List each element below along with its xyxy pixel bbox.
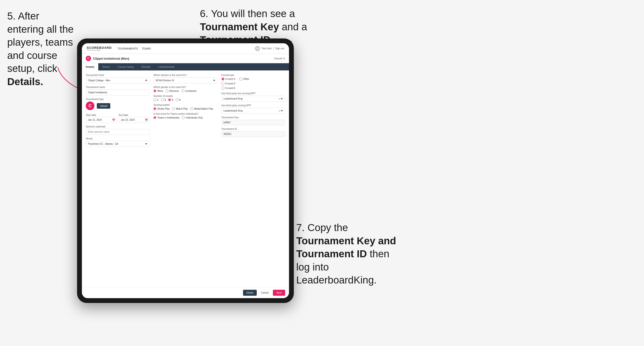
start-date-label: Start date	[86, 114, 96, 116]
teams-plus-ind[interactable]: Teams (+Individuals)	[154, 116, 180, 119]
tournament-key-value: b4f9b7	[221, 120, 285, 125]
page-title: Clippd Invitational (Men)	[93, 57, 129, 60]
round-4[interactable]: 4	[176, 98, 181, 101]
format-row-3: 6 count 5	[221, 87, 285, 90]
tournament-host-group: Tournament Host Clippd College - Men	[86, 74, 150, 83]
brand-name: SCOREBOARD	[87, 46, 112, 49]
sign-out-link[interactable]: Sign out	[275, 47, 284, 50]
division-label: Which division is the event for?	[154, 74, 217, 76]
copy-keys-bold: Tournament Key and Tournament ID	[296, 235, 396, 260]
third-party-2-label: Use third-party scoring API?	[221, 104, 285, 107]
division-group: Which division is the event for? NCAA Di…	[154, 74, 217, 83]
tournament-name-input[interactable]	[86, 89, 150, 95]
user-name: Test User	[262, 47, 272, 50]
rounds-radio-group: 1 2 3 4	[154, 98, 217, 101]
third-party-2-wrapper: Leaderboard King ✕	[221, 108, 285, 114]
venue-label: Venue	[86, 137, 150, 140]
nav-links: TOURNAMENTS TEAMS	[118, 47, 249, 50]
page-logo: C	[86, 56, 91, 61]
third-party-1-clear[interactable]: ✕	[278, 97, 280, 100]
tablet-screen: SCOREBOARD Powered by clippd TOURNAMENTS…	[82, 43, 289, 298]
format-6count5-label: 6 count 5	[226, 87, 235, 89]
tournament-id-value: 302051	[221, 131, 285, 137]
format-5count4[interactable]: 5 count 4	[221, 77, 235, 81]
save-button[interactable]: Save	[273, 290, 285, 296]
scoring-label: Scoring system	[154, 104, 217, 106]
annotation-bottom-right: 7. Copy the Tournament Key and Tournamen…	[296, 221, 398, 287]
format-row-1: 5 count 4 Other	[221, 77, 285, 81]
round-2[interactable]: 2	[161, 98, 166, 101]
tournament-key-bold: Tournament Key	[200, 21, 279, 32]
upload-button[interactable]: Upload	[97, 103, 110, 109]
rounds-group: Number of rounds 1 2 3 4	[154, 95, 217, 101]
start-date-group: Start date 📅	[86, 113, 117, 123]
format-group: Format type 5 count 4 Other	[221, 74, 285, 90]
tournament-host-label: Tournament Host	[86, 74, 150, 76]
third-party-1-label: Use third-party live scoring API?	[221, 92, 285, 95]
third-party-1-group: Use third-party live scoring API? Leader…	[221, 92, 285, 102]
format-other[interactable]: Other	[239, 77, 249, 81]
nav-right: TU Test User | Sign out	[255, 46, 284, 51]
bottom-bar: Delete Cancel Save	[82, 287, 289, 298]
third-party-1-select[interactable]: Leaderboard King	[221, 96, 285, 102]
delete-button[interactable]: Delete	[243, 290, 257, 296]
format-6count5[interactable]: 6 count 5	[221, 87, 235, 90]
date-row: Start date 📅 End date 📅	[86, 113, 150, 123]
start-calendar-icon: 📅	[112, 118, 115, 121]
tab-leaderboards[interactable]: Leaderboards	[154, 63, 178, 70]
annotation-left: 5. After entering all the players, teams…	[7, 10, 75, 88]
scoring-stroke[interactable]: Stroke Play	[154, 107, 170, 110]
third-party-2-select[interactable]: Leaderboard King	[221, 108, 285, 114]
page-title-row: C Clippd Invitational (Men)	[86, 56, 129, 61]
brand-sub: Powered by clippd	[87, 49, 112, 51]
page-cancel[interactable]: Cancel ✕	[274, 57, 285, 60]
tournament-id-label: Tournament ID	[221, 128, 285, 130]
gender-womens[interactable]: Womens	[166, 89, 179, 92]
brand: SCOREBOARD Powered by clippd	[87, 46, 112, 51]
format-6count4[interactable]: 6 count 4	[221, 82, 235, 85]
tab-course-setup[interactable]: Course Setup	[114, 63, 138, 70]
round-3[interactable]: 3	[168, 98, 173, 101]
tablet: SCOREBOARD Powered by clippd TOURNAMENTS…	[77, 38, 294, 303]
rounds-label: Number of rounds	[154, 95, 217, 97]
format-options: 5 count 4 Other 6 count 4	[221, 77, 285, 90]
tournament-name-group: Tournament name	[86, 86, 150, 95]
logo-placeholder: C	[86, 101, 94, 110]
tournament-logo-label: Tournament logo	[86, 98, 150, 101]
format-6count4-label: 6 count 4	[226, 82, 235, 85]
gender-combined[interactable]: Combined	[181, 89, 196, 92]
teams-group: Is this event for Teams and/or Individua…	[154, 113, 217, 119]
end-date-label: End date	[119, 114, 128, 116]
top-nav: SCOREBOARD Powered by clippd TOURNAMENTS…	[82, 43, 289, 54]
third-party-2-clear[interactable]: ✕	[278, 109, 280, 112]
tab-details[interactable]: Details	[82, 63, 98, 70]
venue-select[interactable]: Peachtree GC - Atlanta - GA	[86, 141, 150, 147]
nav-teams[interactable]: TEAMS	[142, 47, 151, 50]
scoring-medal[interactable]: Medal Match Play	[190, 107, 213, 110]
tournament-key-label: Tournament Key	[221, 116, 285, 119]
tournament-key-group: Tournament Key b4f9b7	[221, 116, 285, 125]
venue-group: Venue Peachtree GC - Atlanta - GA	[86, 137, 150, 147]
format-label: Format type	[221, 74, 285, 76]
division-select[interactable]: NCAA Division III	[154, 77, 217, 83]
end-date-group: End date 📅	[119, 113, 150, 123]
tournament-host-select[interactable]: Clippd College - Men	[86, 77, 150, 83]
gender-group: Which gender is the event for? Mens Wome…	[154, 86, 217, 92]
scoring-group: Scoring system Stroke Play Match Play Me…	[154, 104, 217, 110]
tab-results[interactable]: Results	[138, 63, 154, 70]
form-section-right: Format type 5 count 4 Other	[221, 74, 285, 284]
gender-mens[interactable]: Mens	[154, 89, 163, 92]
sponsor-label: Sponsor (optional)	[86, 125, 150, 128]
teams-individuals[interactable]: Individuals Only	[182, 116, 203, 119]
main-content: Tournament Host Clippd College - Men Tou…	[82, 70, 289, 287]
gender-radio-group: Mens Womens Combined	[154, 89, 217, 92]
tab-teams[interactable]: Teams	[98, 63, 114, 70]
scoring-match[interactable]: Match Play	[172, 107, 188, 110]
cancel-button[interactable]: Cancel	[259, 290, 271, 296]
form-section-left: Tournament Host Clippd College - Men Tou…	[86, 74, 150, 284]
tournament-name-label: Tournament name	[86, 86, 150, 88]
sponsor-input[interactable]	[86, 129, 150, 135]
teams-radio-group: Teams (+Individuals) Individuals Only	[154, 116, 217, 119]
nav-tournaments[interactable]: TOURNAMENTS	[118, 47, 138, 50]
round-1[interactable]: 1	[154, 98, 158, 101]
